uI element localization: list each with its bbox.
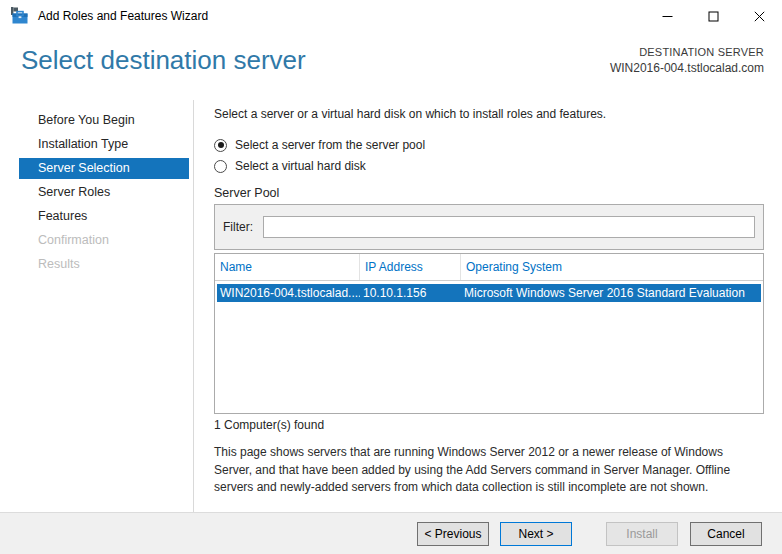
wizard-header: Select destination server DESTINATION SE… bbox=[0, 32, 782, 100]
radio-server-pool[interactable]: Select a server from the server pool bbox=[214, 138, 764, 152]
filter-group: Filter: bbox=[214, 204, 764, 250]
title-bar: Add Roles and Features Wizard bbox=[0, 0, 782, 32]
window-controls bbox=[644, 0, 782, 32]
radio-server-pool-label: Select a server from the server pool bbox=[235, 138, 425, 152]
sidebar-item-server-selection[interactable]: Server Selection bbox=[19, 158, 189, 179]
window-title: Add Roles and Features Wizard bbox=[38, 9, 644, 23]
table-row[interactable]: WIN2016-004.tstlocalad.... 10.10.1.156 M… bbox=[217, 284, 761, 302]
wizard-step-sidebar: Before You Begin Installation Type Serve… bbox=[0, 100, 194, 512]
sidebar-item-before-you-begin[interactable]: Before You Begin bbox=[19, 110, 189, 131]
table-header-row: Name IP Address Operating System bbox=[215, 254, 763, 281]
previous-button[interactable]: < Previous bbox=[417, 522, 489, 546]
wizard-footer: < Previous Next > Install Cancel bbox=[0, 512, 782, 554]
sidebar-item-installation-type[interactable]: Installation Type bbox=[19, 134, 189, 155]
filter-label: Filter: bbox=[223, 220, 253, 234]
page-description: This page shows servers that are running… bbox=[214, 444, 764, 497]
next-button[interactable]: Next > bbox=[500, 522, 572, 546]
column-header-operating-system[interactable]: Operating System bbox=[461, 254, 763, 280]
column-header-name[interactable]: Name bbox=[215, 254, 360, 280]
radio-virtual-hard-disk[interactable]: Select a virtual hard disk bbox=[214, 159, 764, 173]
page-title: Select destination server bbox=[21, 45, 306, 76]
server-name-cell: WIN2016-004.tstlocalad.... bbox=[217, 284, 360, 302]
server-ip-cell: 10.10.1.156 bbox=[360, 284, 461, 302]
wizard-toolbox-icon bbox=[10, 7, 28, 25]
install-button: Install bbox=[606, 522, 678, 546]
minimize-icon[interactable] bbox=[644, 0, 690, 32]
maximize-icon[interactable] bbox=[690, 0, 736, 32]
server-pool-table: Name IP Address Operating System WIN2016… bbox=[214, 253, 764, 414]
server-pool-heading: Server Pool bbox=[214, 186, 764, 200]
destination-server-name: WIN2016-004.tstlocalad.com bbox=[610, 61, 764, 75]
sidebar-item-features[interactable]: Features bbox=[19, 206, 189, 227]
computers-found-text: 1 Computer(s) found bbox=[214, 418, 764, 432]
filter-input[interactable] bbox=[263, 216, 755, 238]
radio-unselected-icon[interactable] bbox=[214, 160, 227, 173]
radio-selected-icon[interactable] bbox=[214, 139, 227, 152]
instruction-text: Select a server or a virtual hard disk o… bbox=[214, 107, 764, 121]
wizard-content: Select a server or a virtual hard disk o… bbox=[214, 100, 764, 497]
sidebar-item-server-roles[interactable]: Server Roles bbox=[19, 182, 189, 203]
sidebar-item-results: Results bbox=[19, 254, 189, 275]
destination-block: DESTINATION SERVER WIN2016-004.tstlocala… bbox=[610, 46, 764, 75]
close-icon[interactable] bbox=[736, 0, 782, 32]
server-os-cell: Microsoft Windows Server 2016 Standard E… bbox=[461, 284, 761, 302]
sidebar-item-confirmation: Confirmation bbox=[19, 230, 189, 251]
column-header-ip-address[interactable]: IP Address bbox=[360, 254, 461, 280]
radio-virtual-hard-disk-label: Select a virtual hard disk bbox=[235, 159, 366, 173]
cancel-button[interactable]: Cancel bbox=[690, 522, 762, 546]
destination-label: DESTINATION SERVER bbox=[610, 46, 764, 58]
